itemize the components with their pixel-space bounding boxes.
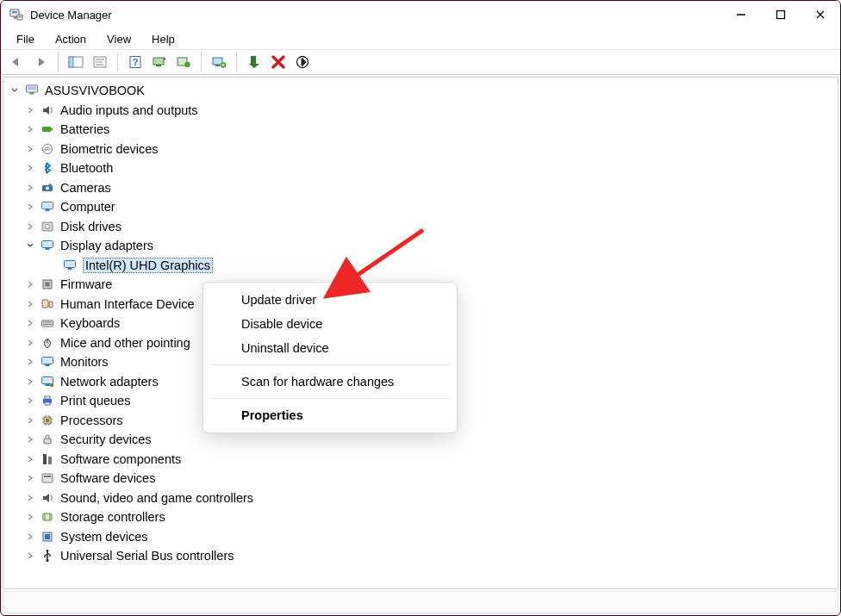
maximize-button[interactable] (761, 1, 801, 28)
expand-icon[interactable] (24, 492, 36, 504)
show-hide-console-tree-button[interactable] (65, 52, 86, 72)
svg-rect-14 (153, 58, 164, 65)
enable-device-button[interactable] (244, 52, 265, 72)
svg-rect-2 (14, 16, 16, 19)
expand-icon[interactable] (24, 395, 36, 407)
tree-item-swcomp[interactable]: Software components (5, 450, 836, 470)
tree-item-system[interactable]: System devices (5, 527, 836, 547)
context-uninstall[interactable]: Uninstall device (203, 336, 457, 360)
toolbar-separator (201, 53, 202, 72)
network-icon (40, 374, 55, 389)
close-button[interactable] (801, 1, 840, 28)
computer-icon (24, 83, 40, 98)
tree-item-intel-uhd-graphics[interactable]: Intel(R) UHD Graphics (5, 256, 836, 276)
expand-icon[interactable] (24, 376, 36, 388)
spacer (47, 259, 59, 271)
svg-rect-58 (45, 396, 50, 399)
tree-item-swdev[interactable]: Software devices (5, 469, 836, 488)
svg-rect-41 (65, 260, 76, 267)
security-icon (40, 432, 55, 447)
expand-icon[interactable] (24, 221, 36, 233)
add-legacy-hardware-button[interactable] (209, 52, 229, 72)
tree-item-display[interactable]: Display adapters (5, 236, 836, 256)
expand-icon[interactable] (24, 182, 36, 194)
tree-item-label: Batteries (60, 122, 109, 136)
expand-icon[interactable] (24, 123, 36, 135)
tree-item-usb[interactable]: Universal Serial Bus controllers (5, 546, 836, 566)
svg-point-38 (46, 224, 50, 228)
tree-item-storage[interactable]: Storage controllers (5, 507, 836, 527)
expand-icon[interactable] (24, 298, 36, 310)
svg-rect-52 (42, 358, 53, 364)
context-scan[interactable]: Scan for hardware changes (203, 370, 457, 394)
toolbar-separator (58, 53, 59, 72)
expand-icon[interactable] (24, 472, 36, 484)
keyboard-icon (40, 315, 55, 331)
tree-item-computer[interactable]: Computer (5, 197, 836, 217)
tree-item-label: Network adapters (60, 375, 159, 389)
context-properties[interactable]: Properties (203, 403, 457, 427)
svg-rect-64 (48, 457, 52, 464)
tree-item-label: Print queues (60, 394, 130, 408)
svg-rect-29 (42, 127, 51, 132)
menu-view[interactable]: View (98, 31, 140, 47)
tree-item-sound[interactable]: Sound, video and game controllers (5, 488, 836, 508)
properties-button[interactable] (90, 52, 110, 72)
expand-icon[interactable] (24, 433, 36, 445)
collapse-icon[interactable] (24, 240, 36, 252)
menu-file[interactable]: File (8, 31, 43, 47)
menu-action[interactable]: Action (47, 31, 95, 47)
tree-item-label: Biometric devices (60, 142, 159, 156)
svg-rect-69 (45, 534, 50, 539)
expand-icon[interactable] (24, 162, 36, 174)
svg-rect-65 (42, 474, 53, 482)
svg-rect-27 (28, 87, 36, 90)
context-disable-device[interactable]: Disable device (203, 312, 457, 336)
usb-icon (40, 548, 55, 563)
expand-icon[interactable] (24, 143, 36, 155)
update-driver-button[interactable] (173, 52, 194, 72)
expand-icon[interactable] (24, 201, 36, 213)
collapse-icon[interactable] (9, 84, 21, 96)
svg-rect-54 (42, 376, 53, 383)
context-separator (210, 364, 450, 365)
context-menu: Update driver Disable device Uninstall d… (202, 282, 458, 433)
expand-icon[interactable] (24, 337, 36, 349)
back-button[interactable] (6, 52, 27, 72)
svg-marker-22 (249, 64, 259, 68)
tree-item-label: Monitors (60, 355, 109, 369)
tree-item-camera[interactable]: Cameras (5, 178, 836, 198)
tree-item-audio[interactable]: Audio inputs and outputs (5, 101, 836, 121)
menu-help[interactable]: Help (143, 31, 184, 47)
svg-point-71 (46, 559, 48, 562)
tree-item-battery[interactable]: Batteries (5, 120, 836, 140)
expand-icon[interactable] (24, 550, 36, 562)
expand-icon[interactable] (24, 278, 36, 290)
help-button[interactable]: ? (125, 52, 146, 72)
disable-device-button[interactable] (292, 52, 313, 72)
expand-icon[interactable] (24, 104, 36, 116)
svg-point-17 (184, 62, 190, 68)
tree-item-biometric[interactable]: Biometric devices (5, 140, 836, 159)
tree-item-label: Disk drives (60, 220, 121, 233)
minimize-button[interactable] (721, 1, 761, 28)
tree-item-bluetooth[interactable]: Bluetooth (5, 159, 836, 178)
svg-point-70 (47, 550, 49, 552)
expand-icon[interactable] (24, 453, 36, 465)
expand-icon[interactable] (24, 317, 36, 329)
scan-hardware-button[interactable] (149, 52, 170, 72)
disk-icon (40, 219, 55, 234)
expand-icon[interactable] (24, 414, 36, 426)
tree-item-disk[interactable]: Disk drives (5, 217, 836, 237)
expand-icon[interactable] (24, 511, 36, 523)
svg-rect-15 (156, 65, 161, 66)
forward-button[interactable] (30, 52, 51, 72)
tree-item-label: Intel(R) UHD Graphics (83, 258, 213, 273)
tree-root[interactable]: ASUSVIVOBOOK (5, 81, 836, 101)
expand-icon[interactable] (24, 356, 36, 368)
context-update-driver[interactable]: Update driver (203, 288, 457, 312)
uninstall-device-button[interactable] (268, 52, 289, 72)
tree-item-label: Security devices (60, 432, 152, 446)
svg-rect-53 (46, 364, 50, 366)
expand-icon[interactable] (24, 531, 36, 543)
